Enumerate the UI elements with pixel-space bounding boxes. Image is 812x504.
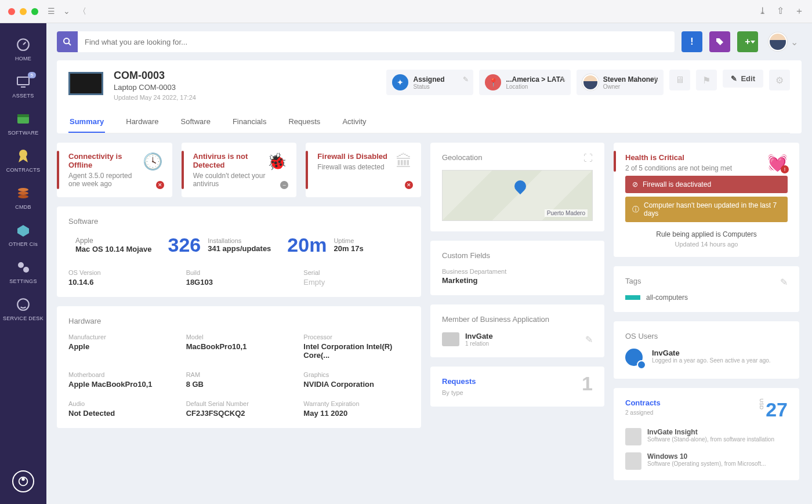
- sidebar-label: CMDB: [0, 204, 46, 210]
- close-window[interactable]: [8, 8, 15, 15]
- user-meta: Logged in a year ago. Seen active a year…: [652, 357, 771, 364]
- sidebar-item-home[interactable]: HOME: [0, 30, 46, 67]
- health-updated: Updated 14 hours ago: [625, 241, 788, 248]
- alert-antivirus[interactable]: Antivirus is not Detected We couldn't de…: [182, 143, 297, 197]
- monitor-action-icon[interactable]: 🖥: [669, 70, 690, 90]
- zoom-window[interactable]: [31, 8, 38, 15]
- tag-button[interactable]: [709, 31, 730, 52]
- hw-item: Warranty ExpirationMay 11 2020: [303, 400, 409, 418]
- edit-button[interactable]: ✎ Edit: [723, 70, 763, 88]
- card-heading: Hardware: [68, 317, 409, 325]
- alert-firewall[interactable]: Firewall is Disabled Firewall was detect…: [306, 143, 421, 197]
- edit-icon[interactable]: ✎: [653, 75, 659, 84]
- card-heading: Custom Fields: [442, 251, 593, 260]
- tab-activity[interactable]: Activity: [341, 111, 367, 133]
- share-icon[interactable]: ⇧: [777, 5, 784, 17]
- sidebar-item-cmdb[interactable]: CMDB: [0, 179, 46, 216]
- add-button[interactable]: +: [737, 31, 758, 52]
- sidebar: HOME 5 ASSETS SOFTWARE CONTRACTS CMDB OT…: [0, 23, 46, 504]
- tag-label[interactable]: all-computers: [646, 293, 688, 302]
- user-menu[interactable]: ⌄: [765, 32, 802, 51]
- sidebar-item-settings[interactable]: SETTINGS: [0, 253, 46, 290]
- hw-item: MotherboardApple MacBookPro10,1: [68, 371, 175, 389]
- minimize-window[interactable]: [20, 8, 27, 15]
- custom-fields-card: Custom Fields Business Departament Marke…: [430, 241, 604, 295]
- pencil-icon: ✎: [731, 74, 737, 83]
- map[interactable]: Puerto Madero: [442, 170, 593, 221]
- contracts-card: Contracts 2 assigned USD 27 InvGate Insi…: [614, 388, 799, 480]
- location-card[interactable]: 📍 ...America > LATA Location ✎: [479, 70, 570, 95]
- contracts-amount: 27: [766, 398, 788, 421]
- cf-label: Business Departament: [442, 268, 593, 275]
- owner-card[interactable]: Steven Mahoney Owner ✎: [577, 70, 664, 95]
- edit-icon[interactable]: ✎: [780, 277, 788, 288]
- map-pin-icon: [512, 178, 528, 194]
- hw-item: RAM8 GB: [186, 371, 292, 389]
- sidebar-item-service-desk[interactable]: SERVICE DESK: [0, 290, 46, 327]
- location-icon: 📍: [485, 74, 501, 90]
- sidebar-item-contracts[interactable]: CONTRACTS: [0, 142, 46, 179]
- new-tab-icon[interactable]: ＋: [795, 5, 804, 17]
- search-input[interactable]: [78, 31, 675, 52]
- kv-value: 8 GB: [186, 380, 292, 389]
- sidebar-label: HOME: [0, 56, 46, 61]
- download-icon[interactable]: ⤓: [759, 5, 766, 17]
- flag-action-icon[interactable]: ⚑: [696, 70, 717, 90]
- svg-rect-1: [17, 77, 29, 85]
- hardware-card: Hardware ManufacturerAppleModelMacBookPr…: [57, 306, 421, 428]
- topbar: ! + ⌄: [46, 23, 812, 52]
- contract-item[interactable]: Windows 10 Software (Operating system), …: [625, 452, 788, 470]
- tab-requests[interactable]: Requests: [287, 111, 321, 133]
- health-msg-text: Firewall is deactivated: [643, 180, 711, 188]
- tab-summary[interactable]: Summary: [68, 111, 105, 133]
- status-card[interactable]: ✦ Assigned Status ✎: [386, 70, 473, 95]
- edit-icon[interactable]: ✎: [463, 75, 469, 84]
- tab-financials[interactable]: Financials: [231, 111, 268, 133]
- alert-sub: We couldn't detect your antivirus: [193, 172, 267, 188]
- alert-connectivity[interactable]: Connectivity is Offline Agent 3.5.0 repo…: [57, 143, 172, 197]
- contracts-link[interactable]: Contracts: [625, 398, 661, 407]
- settings-action-icon[interactable]: ⚙: [769, 70, 790, 90]
- edit-icon[interactable]: ✎: [560, 75, 566, 84]
- sidebar-toggle-icon[interactable]: ☰: [48, 6, 55, 17]
- expand-icon[interactable]: ⛶: [583, 153, 593, 164]
- status-value: Assigned: [413, 75, 444, 84]
- requests-card: 1 Requests By type: [430, 367, 604, 407]
- user-icon: [625, 349, 645, 368]
- sidebar-item-software[interactable]: SOFTWARE: [0, 104, 46, 142]
- contract-item[interactable]: InvGate Insight Software (Stand-alone), …: [625, 428, 788, 445]
- search-button[interactable]: [57, 31, 78, 52]
- chevron-down-icon[interactable]: ⌄: [63, 6, 70, 17]
- kv-value: Apple MacBookPro10,1: [68, 380, 175, 389]
- requests-title[interactable]: Requests: [442, 377, 593, 386]
- asset-header: COM-0003 Laptop COM-0003 Updated May 24 …: [57, 60, 802, 133]
- stack-icon: [16, 186, 31, 201]
- ribbon-icon: [16, 148, 31, 164]
- tab-hardware[interactable]: Hardware: [125, 111, 160, 133]
- alert-sub: Agent 3.5.0 reported one week ago: [68, 172, 143, 188]
- kv-value: CF2J3FSQCKQ2: [186, 409, 292, 418]
- kv-value: 18G103: [186, 278, 292, 287]
- kv-value: May 11 2020: [303, 409, 409, 418]
- back-icon[interactable]: 〈: [78, 6, 86, 17]
- clock-icon: 🕓✕: [143, 152, 163, 188]
- kv-key: Audio: [68, 400, 175, 407]
- currency-label: USD: [759, 398, 764, 409]
- hw-item: ManufacturerApple: [68, 333, 175, 360]
- sidebar-item-assets[interactable]: 5 ASSETS: [0, 67, 46, 104]
- garage-icon: 🏛✕: [396, 152, 412, 188]
- os-users-card: OS Users InvGate Logged in a year ago. S…: [614, 321, 799, 379]
- tab-software[interactable]: Software: [180, 111, 212, 133]
- window-icon: [16, 111, 31, 126]
- brand-logo[interactable]: [12, 470, 34, 492]
- asset-thumbnail: [68, 72, 103, 95]
- window-titlebar: ☰ ⌄ 〈 ⤓ ⇧ ＋: [0, 0, 812, 23]
- requests-count: 1: [582, 372, 593, 395]
- os-name: Mac OS 10.14 Mojave: [75, 245, 152, 253]
- edit-icon[interactable]: ✎: [585, 334, 593, 345]
- owner-value: Steven Mahoney: [603, 75, 658, 84]
- svg-point-8: [18, 262, 24, 268]
- info-button[interactable]: !: [682, 31, 702, 52]
- requests-sub: By type: [442, 389, 593, 396]
- sidebar-item-other-cis[interactable]: OTHER CIs: [0, 216, 46, 253]
